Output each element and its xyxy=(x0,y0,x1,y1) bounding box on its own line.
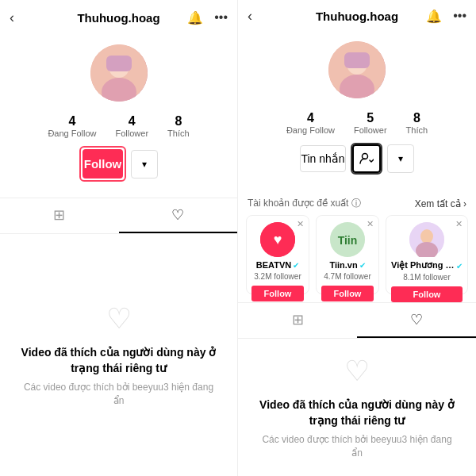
right-stat-follower: 5 Follower xyxy=(354,111,387,135)
right-tab-videos[interactable]: ⊞ xyxy=(238,303,357,338)
left-content-title: Video đã thích của người dùng này ở trạn… xyxy=(19,345,218,376)
beatvn-verified-icon: ✔ xyxy=(293,261,299,270)
right-stats-row: 4 Đang Follow 5 Follower 8 Thích xyxy=(286,111,428,135)
account-card-beatvn: ✕ ♥ BEATVN ✔ 3.2M follower Follow xyxy=(246,215,309,294)
right-follower-count: 5 xyxy=(367,111,374,125)
right-likes-label: Thích xyxy=(406,125,428,135)
beatvn-name: BEATVN xyxy=(256,260,291,270)
left-profile: 4 Đang Follow 4 Follower 8 Thích Follow … xyxy=(0,35,237,198)
right-action-row: Tin nhắn ▾ xyxy=(287,143,426,175)
left-grid-icon: ⊞ xyxy=(53,206,65,224)
suggested-header: Tài khoản được đề xuất ⓘ Xem tất cả › xyxy=(238,190,476,215)
account-card-tiin: ✕ Tiin Tiin.vn ✔ 4.7M follower Follow xyxy=(316,215,379,294)
right-heart-icon: ♡ xyxy=(410,311,423,328)
left-stat-following: 4 Đang Follow xyxy=(48,114,96,138)
right-content-subtitle: Các video được thích bởi beeyuu3 hiện đa… xyxy=(257,433,457,460)
left-tab-liked[interactable]: ♡ xyxy=(119,198,238,233)
right-back-button[interactable]: ‹ xyxy=(248,8,252,25)
tiin-avatar: Tiin xyxy=(330,222,365,257)
left-heart-icon: ♡ xyxy=(171,206,184,224)
left-content: ♡ Video đã thích của người dùng này ở tr… xyxy=(0,234,237,476)
tiin-follow-button[interactable]: Follow xyxy=(321,286,374,301)
right-content-icon: ♡ xyxy=(344,355,370,388)
suggested-accounts: ✕ ♥ BEATVN ✔ 3.2M follower Follow ✕ Tiin xyxy=(238,215,476,302)
right-header: ‹ Thuhuog.hoag 🔔 ••• xyxy=(238,0,476,32)
viet-avatar xyxy=(409,222,444,257)
right-follower-label: Follower xyxy=(354,125,387,135)
svg-rect-3 xyxy=(106,56,132,71)
viet-verified-icon: ✔ xyxy=(456,262,463,271)
left-panel: ‹ Thuhuog.hoag 🔔 ••• 4 Đang Follow xyxy=(0,0,238,476)
right-username: Thuhuog.hoag xyxy=(316,10,398,23)
left-stat-follower: 4 Follower xyxy=(116,114,149,138)
right-dots-icon[interactable]: ••• xyxy=(453,9,466,23)
left-avatar-image xyxy=(90,44,148,102)
left-stats-row: 4 Đang Follow 4 Follower 8 Thích xyxy=(48,114,189,138)
left-follower-label: Follower xyxy=(116,129,149,138)
right-header-actions: 🔔 ••• xyxy=(426,9,466,24)
right-panel: ‹ Thuhuog.hoag 🔔 ••• 4 Đang Follow xyxy=(238,0,476,476)
right-following-count: 4 xyxy=(307,111,314,125)
close-viet-button[interactable]: ✕ xyxy=(455,219,463,229)
right-profile: 4 Đang Follow 5 Follower 8 Thích Tin nhắ… xyxy=(238,32,476,190)
right-tab-liked[interactable]: ♡ xyxy=(357,303,476,338)
left-follow-button[interactable]: Follow xyxy=(83,149,124,178)
left-header-actions: 🔔 ••• xyxy=(187,10,228,25)
svg-rect-7 xyxy=(344,52,370,68)
beatvn-followers: 3.2M follower xyxy=(254,272,301,281)
right-friend-button[interactable] xyxy=(352,144,381,173)
svg-text:Tiin: Tiin xyxy=(338,234,358,247)
right-stat-likes: 8 Thích xyxy=(406,111,428,135)
right-likes-count: 8 xyxy=(413,111,420,125)
see-all-button[interactable]: Xem tất cả › xyxy=(415,198,466,209)
left-likes-label: Thích xyxy=(167,129,190,138)
tiin-followers: 4.7M follower xyxy=(324,272,370,281)
left-back-button[interactable]: ‹ xyxy=(10,10,14,26)
left-username: Thuhuog.hoag xyxy=(77,11,159,25)
left-stat-likes: 8 Thích xyxy=(167,114,190,138)
right-friend-highlight xyxy=(351,143,382,175)
svg-text:♥: ♥ xyxy=(274,232,282,248)
left-following-count: 4 xyxy=(68,114,75,129)
left-dropdown-button[interactable]: ▾ xyxy=(131,150,158,178)
viet-follow-button[interactable]: Follow xyxy=(391,286,463,302)
right-following-label: Đang Follow xyxy=(286,125,335,135)
left-tabs: ⊞ ♡ xyxy=(0,198,237,234)
left-content-icon: ♡ xyxy=(106,302,132,336)
tiin-name-row: Tiin.vn ✔ xyxy=(329,260,365,271)
beatvn-follow-button[interactable]: Follow xyxy=(251,286,304,301)
right-avatar xyxy=(328,41,386,98)
viet-followers: 8.1M follower xyxy=(403,273,450,282)
left-follow-row: Follow ▾ xyxy=(13,146,225,182)
right-message-button[interactable]: Tin nhắn xyxy=(300,145,345,172)
beatvn-name-row: BEATVN ✔ xyxy=(256,260,299,271)
left-header: ‹ Thuhuog.hoag 🔔 ••• xyxy=(0,0,237,35)
right-grid-icon: ⊞ xyxy=(292,311,304,328)
right-tabs: ⊞ ♡ xyxy=(238,302,476,339)
left-avatar xyxy=(90,44,148,102)
left-bell-icon[interactable]: 🔔 xyxy=(187,10,203,25)
viet-name-row: Việt Phương Th... ✔ xyxy=(391,260,463,271)
account-card-viet: ✕ Việt Phương Th... ✔ 8.1M follower Foll… xyxy=(386,215,468,294)
left-likes-count: 8 xyxy=(175,114,182,129)
right-content-title: Video đã thích của người dùng này ở trạn… xyxy=(257,397,457,428)
close-beatvn-button[interactable]: ✕ xyxy=(297,219,304,229)
tiin-verified-icon: ✔ xyxy=(359,261,366,270)
left-following-label: Đang Follow xyxy=(48,129,96,138)
left-follow-highlight: Follow xyxy=(79,146,127,182)
right-bell-icon[interactable]: 🔔 xyxy=(426,9,442,24)
left-content-subtitle: Các video được thích bởi beeyuu3 hiện đa… xyxy=(19,381,218,408)
beatvn-avatar: ♥ xyxy=(260,222,295,257)
left-follower-count: 4 xyxy=(129,114,136,129)
left-dots-icon[interactable]: ••• xyxy=(214,10,228,25)
close-tiin-button[interactable]: ✕ xyxy=(367,219,374,229)
svg-point-14 xyxy=(420,229,433,244)
tiin-name: Tiin.vn xyxy=(329,260,357,270)
right-dropdown-button[interactable]: ▾ xyxy=(387,144,414,173)
viet-name: Việt Phương Th... xyxy=(391,260,455,271)
right-avatar-image xyxy=(328,41,386,98)
right-stat-following: 4 Đang Follow xyxy=(286,111,335,135)
right-content: ♡ Video đã thích của người dùng này ở tr… xyxy=(238,339,476,476)
suggested-title: Tài khoản được đề xuất ⓘ xyxy=(248,197,361,210)
left-tab-videos[interactable]: ⊞ xyxy=(0,198,119,233)
